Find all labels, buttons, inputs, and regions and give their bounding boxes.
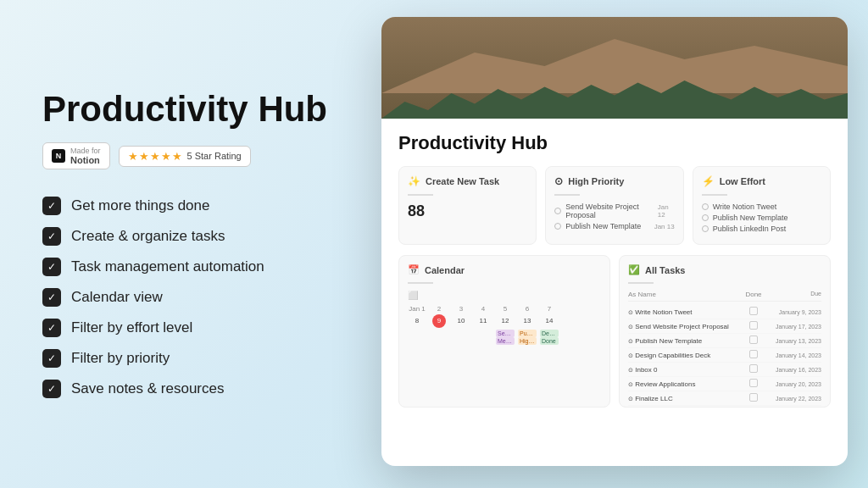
table-row: ⊙ Finalize LLC January 22, 2023 xyxy=(628,391,821,406)
checkbox-icon[interactable] xyxy=(749,379,758,387)
cal-events-row: Sen... Medium Publ... High Prio Des... D… xyxy=(408,330,601,345)
cal-event-medium: Medium xyxy=(496,337,515,345)
check-icon: ✓ xyxy=(42,288,61,307)
checkbox-icon[interactable] xyxy=(749,364,758,373)
cal-event-publ: Publ... xyxy=(518,330,537,337)
divider xyxy=(702,194,727,196)
create-task-card: ✨ Create New Task 88 xyxy=(398,166,537,245)
notion-badge-text: Made for Notion xyxy=(70,147,101,165)
task-item: Publish New Template xyxy=(702,214,821,222)
effort-icon: ⚡ xyxy=(702,175,715,187)
table-row: ⊙ Write Notion Tweet January 9, 2023 xyxy=(628,305,821,319)
calendar-grid: Jan 1 2 3 4 5 6 7 8 9 10 11 xyxy=(408,305,601,345)
left-panel: Productivity Hub N Made for Notion ★★★★★… xyxy=(0,0,373,488)
priority-icon: ⊙ xyxy=(554,175,563,187)
rating-label: 5 Star Rating xyxy=(187,151,242,161)
item-dot xyxy=(702,225,709,232)
table-row: ⊙ Design Capabilities Deck January 14, 2… xyxy=(628,348,821,363)
checkbox-icon[interactable] xyxy=(749,393,758,402)
list-item: ✓ Save notes & resources xyxy=(42,380,331,398)
list-item: ✓ Get more things done xyxy=(42,197,331,215)
task-table-header: As Name Done Due xyxy=(628,291,821,302)
calendar-icon: 📅 xyxy=(408,264,420,275)
checkbox-icon[interactable] xyxy=(749,321,758,330)
card-header: ✨ Create New Task xyxy=(408,175,527,187)
check-icon: ✓ xyxy=(42,319,61,337)
banner-mountain xyxy=(381,25,848,93)
cal-event-done: Done xyxy=(540,337,559,345)
task-item: Publish New Template Jan 13 xyxy=(554,222,674,230)
table-row: ⊙ Send Website Project Proposal January … xyxy=(628,319,821,334)
card-header: ⚡ Low Effort xyxy=(702,175,821,187)
notion-window: Productivity Hub ✨ Create New Task 88 ⊙ xyxy=(381,17,848,466)
check-icon: ✓ xyxy=(42,227,61,246)
list-item: ✓ Task management automation xyxy=(42,258,331,276)
cal-week-header: Jan 1 2 3 4 5 6 7 xyxy=(408,305,601,313)
notion-badge: N Made for Notion xyxy=(42,142,110,169)
card-header: ⊙ High Priority xyxy=(554,175,674,187)
task-item: Publish LinkedIn Post xyxy=(702,225,821,233)
high-priority-card: ⊙ High Priority Send Website Project Pro… xyxy=(545,166,683,245)
item-dot xyxy=(554,208,561,214)
card-count: 88 xyxy=(408,202,527,220)
features-list: ✓ Get more things done ✓ Create & organi… xyxy=(42,197,331,398)
notion-banner xyxy=(381,17,848,119)
low-effort-card: ⚡ Low Effort Write Notion Tweet Publish … xyxy=(693,166,831,245)
notion-page-title: Productivity Hub xyxy=(398,132,831,154)
notion-icon: N xyxy=(52,149,65,163)
notion-top-grid: ✨ Create New Task 88 ⊙ High Priority xyxy=(398,166,831,245)
check-icon: ✓ xyxy=(42,197,61,215)
check-icon: ✓ xyxy=(42,349,61,368)
table-row: ⊙ Publish New Template January 13, 2023 xyxy=(628,334,821,348)
list-item: ✓ Create & organize tasks xyxy=(42,227,331,246)
create-icon: ✨ xyxy=(408,175,420,187)
check-icon: ✓ xyxy=(42,380,61,398)
calendar-card: 📅 Calendar ⬜ Jan 1 2 3 4 5 xyxy=(398,255,610,408)
calendar-header: 📅 Calendar xyxy=(408,264,601,275)
checkbox-icon[interactable] xyxy=(749,307,758,315)
list-item: ✓ Filter by effort level xyxy=(42,319,331,337)
task-item: Send Website Project Proposal Jan 12 xyxy=(554,202,674,219)
item-dot xyxy=(554,223,561,230)
tasks-icon: ✅ xyxy=(628,264,640,275)
stars: ★★★★★ xyxy=(128,150,183,163)
table-row: ⊙ Review Applications January 20, 2023 xyxy=(628,377,821,391)
cal-event-des: Des... xyxy=(540,330,559,337)
rating-badge: ★★★★★ 5 Star Rating xyxy=(119,146,251,167)
notion-bottom-grid: 📅 Calendar ⬜ Jan 1 2 3 4 5 xyxy=(398,255,831,408)
check-icon: ✓ xyxy=(42,258,61,276)
cal-event-high: High Prio xyxy=(518,337,537,345)
divider xyxy=(408,282,433,284)
divider xyxy=(554,194,580,196)
all-tasks-card: ✅ All Tasks As Name Done Due ⊙ Write Not… xyxy=(619,255,831,408)
badges-row: N Made for Notion ★★★★★ 5 Star Rating xyxy=(42,142,331,169)
cal-event-sen: Sen... xyxy=(496,330,515,337)
all-tasks-header: ✅ All Tasks xyxy=(628,264,821,275)
notion-content: Productivity Hub ✨ Create New Task 88 ⊙ xyxy=(381,119,848,466)
checkbox-icon[interactable] xyxy=(749,336,758,344)
item-dot xyxy=(702,214,709,221)
divider xyxy=(408,194,433,196)
list-item: ✓ Calendar view xyxy=(42,288,331,307)
task-table: As Name Done Due ⊙ Write Notion Tweet Ja… xyxy=(628,291,821,406)
divider xyxy=(628,282,654,284)
task-item: Write Notion Tweet xyxy=(702,202,821,211)
checkbox-icon[interactable] xyxy=(749,350,758,358)
right-panel: Productivity Hub ✨ Create New Task 88 ⊙ xyxy=(373,0,868,488)
list-item: ✓ Filter by priority xyxy=(42,349,331,368)
table-row: ⊙ Inbox 0 January 16, 2023 xyxy=(628,363,821,377)
calendar-nav: ⬜ xyxy=(408,291,601,300)
app-title: Productivity Hub xyxy=(42,90,331,129)
cal-week2: 8 9 10 11 12 13 14 xyxy=(408,314,601,328)
item-dot xyxy=(702,203,709,210)
